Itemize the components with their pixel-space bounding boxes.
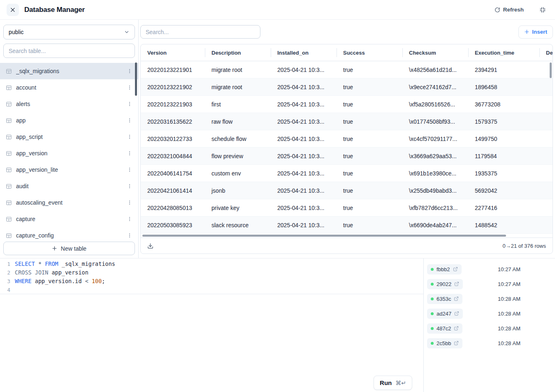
sql-editor[interactable]: 1SELECT * FROM _sqlx_migrations2CROSS JO…: [0, 258, 424, 392]
kebab-menu-icon[interactable]: [126, 84, 133, 91]
column-header-success[interactable]: Success: [337, 44, 402, 61]
code-line-4[interactable]: 4: [0, 286, 423, 294]
kebab-menu-icon[interactable]: [126, 100, 133, 108]
table-cell: 2025-04-21 10:3...: [271, 84, 337, 90]
table-cell: 2025-04-21 10:3...: [271, 101, 337, 108]
code-line-2[interactable]: 2CROSS JOIN app_version: [0, 268, 423, 277]
column-header-installed_on[interactable]: Installed_on: [271, 44, 337, 61]
page-title: Database Manager: [24, 6, 85, 14]
table-cell: 20220123221901: [141, 67, 205, 73]
sidebar-table-app[interactable]: app: [0, 112, 138, 129]
table-label: audit: [16, 183, 122, 189]
column-header-checksum[interactable]: Checksum: [402, 44, 468, 61]
code-line-1[interactable]: 1SELECT * FROM _sqlx_migrations: [0, 260, 423, 268]
kebab-menu-icon[interactable]: [126, 67, 133, 75]
history-item[interactable]: 487c210:28 AM: [424, 321, 555, 336]
sidebar-table-_sqlx_migrations[interactable]: _sqlx_migrations: [0, 63, 138, 79]
code-line-3[interactable]: 3WHERE app_version.id < 100;: [0, 277, 423, 286]
history-item[interactable]: fbbb210:27 AM: [424, 262, 555, 277]
table-row[interactable]: 20220321004844flow preview2025-04-21 10:…: [141, 148, 553, 165]
table-cell: true: [337, 170, 402, 177]
refresh-button[interactable]: Refresh: [495, 7, 524, 13]
sidebar-table-app_script[interactable]: app_script: [0, 129, 138, 145]
sidebar-scrollbar[interactable]: [135, 62, 137, 96]
table-row[interactable]: 20220123221902migrate root2025-04-21 10:…: [141, 78, 553, 96]
kebab-menu-icon[interactable]: [126, 215, 133, 223]
table-cell: 1488542: [468, 222, 539, 228]
table-cell: 2025-04-21 10:3...: [271, 222, 337, 228]
table-cell: private key: [205, 205, 271, 211]
grid-header: VersionDescriptionInstalled_onSuccessChe…: [141, 44, 553, 61]
kebab-menu-icon[interactable]: [126, 133, 133, 141]
table-row[interactable]: 20220406141754custom env2025-04-21 10:3.…: [141, 165, 553, 182]
collapse-button[interactable]: [539, 7, 546, 13]
column-header-description[interactable]: Description: [205, 44, 271, 61]
kebab-menu-icon[interactable]: [126, 182, 133, 190]
download-button[interactable]: [147, 243, 153, 249]
table-cell: true: [337, 205, 402, 211]
sidebar-table-alerts[interactable]: alerts: [0, 96, 138, 112]
run-id: ad247: [437, 311, 451, 317]
history-item[interactable]: 6353c10:28 AM: [424, 291, 555, 306]
kebab-menu-icon[interactable]: [126, 232, 133, 239]
close-button[interactable]: [7, 4, 19, 16]
insert-button[interactable]: Insert: [518, 25, 553, 39]
chevron-down-icon: [124, 29, 130, 35]
kebab-menu-icon[interactable]: [126, 166, 133, 173]
table-row[interactable]: 20220320122733schedule flow2025-04-21 10…: [141, 130, 553, 148]
kebab-menu-icon[interactable]: [126, 199, 133, 206]
table-icon: [6, 150, 12, 157]
run-id-pill[interactable]: 2c5bb: [427, 338, 462, 348]
run-id-pill[interactable]: ad247: [427, 309, 463, 319]
table-cell: \xf5a280516526...: [402, 101, 468, 108]
history-item[interactable]: ad24710:28 AM: [424, 306, 555, 321]
sidebar-table-capture_config[interactable]: capture_config: [0, 227, 138, 242]
external-link-icon[interactable]: [454, 341, 459, 346]
table-row[interactable]: 20220421061414jsonb2025-04-21 10:3...tru…: [141, 182, 553, 199]
sidebar-table-app_version_lite[interactable]: app_version_lite: [0, 161, 138, 178]
vertical-scrollbar[interactable]: [550, 62, 552, 78]
table-row[interactable]: 20220123221903first2025-04-21 10:3...tru…: [141, 96, 553, 113]
sidebar-table-account[interactable]: account: [0, 79, 138, 96]
table-row[interactable]: 20220123221901migrate root2025-04-21 10:…: [141, 61, 553, 78]
table-cell: flow preview: [205, 153, 271, 159]
external-link-icon[interactable]: [454, 311, 459, 316]
schema-select[interactable]: public: [3, 25, 135, 39]
sidebar-table-audit[interactable]: audit: [0, 178, 138, 194]
column-header-version[interactable]: Version: [141, 44, 205, 61]
run-id-pill[interactable]: 487c2: [427, 323, 462, 334]
kebab-menu-icon[interactable]: [126, 117, 133, 124]
grid-search-input[interactable]: [140, 25, 260, 39]
horizontal-scrollbar-thumb[interactable]: [142, 235, 506, 237]
sidebar-table-capture[interactable]: capture: [0, 211, 138, 227]
table-row[interactable]: 20220428085013private key2025-04-21 10:3…: [141, 199, 553, 217]
run-time: 10:28 AM: [498, 311, 520, 317]
table-cell: migrate root: [205, 84, 271, 90]
run-button[interactable]: Run ⌘↵: [374, 376, 412, 390]
table-icon: [6, 200, 12, 206]
table-row[interactable]: 20220503085923slack resource2025-04-21 1…: [141, 217, 553, 234]
table-cell: 2025-04-21 10:3...: [271, 153, 337, 159]
history-item[interactable]: 2c5bb10:28 AM: [424, 336, 555, 350]
column-header-deleted[interactable]: Deleted: [539, 44, 553, 61]
table-row[interactable]: 20220316135622raw flow2025-04-21 10:3...…: [141, 113, 553, 130]
run-id-pill[interactable]: 29022: [427, 279, 463, 289]
kebab-menu-icon[interactable]: [126, 150, 133, 157]
external-link-icon[interactable]: [454, 296, 459, 301]
external-link-icon[interactable]: [454, 281, 459, 286]
table-cell: 5692042: [468, 187, 539, 194]
run-id-pill[interactable]: fbbb2: [427, 264, 462, 274]
table-search-input[interactable]: [3, 44, 135, 58]
line-number: 2: [0, 268, 15, 277]
sidebar-table-autoscaling_event[interactable]: autoscaling_event: [0, 194, 138, 211]
table-cell: 20220316135622: [141, 118, 205, 125]
run-id-pill[interactable]: 6353c: [427, 294, 462, 304]
column-header-execution_time[interactable]: Execution_time: [468, 44, 539, 61]
horizontal-scrollbar[interactable]: [141, 234, 553, 238]
new-table-button[interactable]: New table: [3, 242, 135, 255]
external-link-icon[interactable]: [453, 267, 458, 272]
external-link-icon[interactable]: [454, 326, 459, 331]
sidebar-table-app_version[interactable]: app_version: [0, 145, 138, 161]
grid-body: 20220123221901migrate root2025-04-21 10:…: [141, 61, 553, 234]
history-item[interactable]: 2902210:27 AM: [424, 277, 555, 291]
